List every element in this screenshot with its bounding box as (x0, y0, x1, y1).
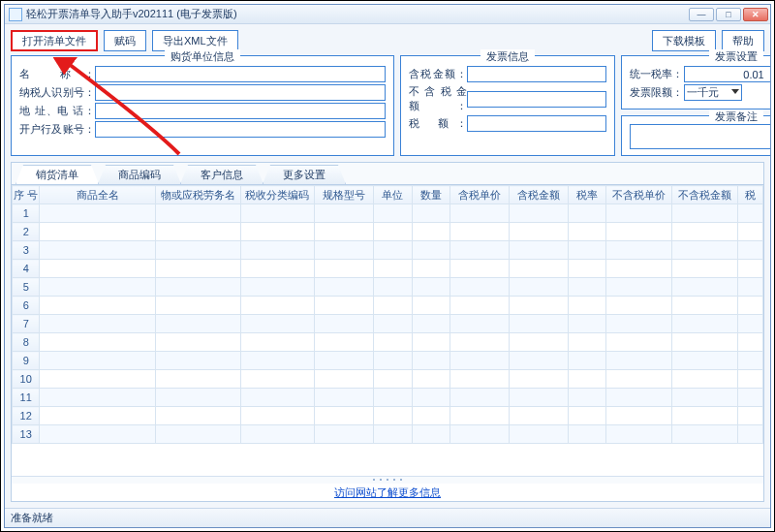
table-row[interactable]: 6 (13, 297, 763, 315)
remark-textarea[interactable] (630, 124, 770, 149)
column-header[interactable]: 序 号 (13, 186, 40, 204)
label-tax: 税 额： (409, 116, 467, 131)
tax-excl-input[interactable] (467, 91, 606, 108)
table-row[interactable]: 5 (13, 278, 763, 297)
column-header[interactable]: 不含税单价 (606, 186, 672, 204)
status-text: 准备就绪 (11, 511, 53, 525)
label-tax-incl: 含税金额： (409, 67, 467, 81)
invoice-set-legend: 发票设置 (709, 49, 763, 64)
buyer-addrtel-input[interactable] (95, 103, 386, 119)
table-row[interactable]: 10 (13, 370, 763, 389)
download-template-button[interactable]: 下载模板 (652, 30, 716, 51)
tab-cust[interactable]: 客户信息 (180, 165, 264, 184)
buyer-info-group: 购货单位信息 名 称： 纳税人识别号： 地 址、电 话： 开户行及账号： (11, 55, 394, 156)
remark-legend: 发票备注 (709, 110, 763, 124)
tabs-container: 销货清单商品编码客户信息更多设置 序 号商品全名物或应税劳务名税收分类编码规格型… (11, 162, 764, 502)
invoice-limit-select[interactable]: 一千元 (684, 84, 742, 101)
open-file-button[interactable]: 打开清单文件 (11, 30, 98, 51)
maximize-button[interactable]: □ (716, 8, 741, 21)
table-row[interactable]: 2 (13, 223, 763, 241)
tax-incl-input[interactable] (467, 66, 606, 82)
column-header[interactable]: 单位 (374, 186, 412, 204)
table-row[interactable]: 7 (13, 315, 763, 333)
column-header[interactable]: 规格型号 (315, 186, 374, 204)
label-buyer-taxid: 纳税人识别号： (19, 85, 95, 100)
title-bar: 轻松开票清单导入助手v202111 (电子发票版) — □ ✕ (5, 5, 770, 24)
column-header[interactable]: 税率 (569, 186, 606, 204)
tax-input[interactable] (467, 115, 606, 132)
table-row[interactable]: 11 (13, 389, 763, 407)
tab-more[interactable]: 更多设置 (263, 165, 346, 184)
invoice-info-group: 发票信息 含税金额： 不含税金额： 税 额： (400, 55, 615, 156)
column-header[interactable]: 含税单价 (450, 186, 509, 204)
column-header[interactable]: 物或应税劳务名 (156, 186, 240, 204)
remark-group: 发票备注 (621, 115, 770, 156)
buyer-name-input[interactable] (95, 66, 386, 82)
table-row[interactable]: 9 (13, 352, 763, 370)
column-header[interactable]: 商品全名 (40, 186, 156, 204)
table-row[interactable]: 1 (13, 204, 763, 223)
table-row[interactable]: 12 (13, 407, 763, 425)
export-xml-button[interactable]: 导出XML文件 (152, 30, 238, 51)
refresh-code-button[interactable]: 赋码 (104, 30, 146, 51)
status-bar: 准备就绪 (5, 508, 770, 527)
table-row[interactable]: 8 (13, 333, 763, 352)
help-button[interactable]: 帮助 (722, 30, 764, 51)
table-row[interactable]: 4 (13, 260, 763, 278)
label-limit: 发票限额： (630, 85, 684, 100)
label-rate: 统一税率： (630, 67, 684, 81)
buyer-legend: 购货单位信息 (165, 49, 240, 64)
app-icon (9, 8, 22, 21)
close-button[interactable]: ✕ (743, 8, 768, 21)
toolbar: 打开清单文件 赋码 导出XML文件 下载模板 帮助 (11, 30, 764, 51)
tab-list[interactable]: 销货清单 (16, 165, 99, 184)
column-header[interactable]: 数量 (412, 186, 450, 204)
buyer-taxid-input[interactable] (95, 84, 386, 101)
grid-wrap: 序 号商品全名物或应税劳务名税收分类编码规格型号单位数量含税单价含税金额税率不含… (12, 185, 763, 476)
invoice-settings-group: 发票设置 统一税率： 1% 发票限额： 一千元 (621, 55, 770, 110)
buyer-bank-input[interactable] (95, 121, 386, 138)
label-buyer-bank: 开户行及账号： (19, 122, 95, 137)
splitter-handle[interactable] (12, 476, 763, 484)
data-grid[interactable]: 序 号商品全名物或应税劳务名税收分类编码规格型号单位数量含税单价含税金额税率不含… (12, 185, 763, 444)
tab-code[interactable]: 商品编码 (98, 165, 181, 184)
table-row[interactable]: 13 (13, 425, 763, 444)
minimize-button[interactable]: — (689, 8, 714, 21)
website-link[interactable]: 访问网站了解更多信息 (12, 484, 763, 501)
label-buyer-addrtel: 地 址、电 话： (19, 104, 95, 118)
tax-rate-input[interactable] (684, 66, 770, 82)
table-row[interactable]: 3 (13, 241, 763, 260)
label-tax-excl: 不含税金额： (409, 84, 467, 113)
window-title: 轻松开票清单导入助手v202111 (电子发票版) (26, 7, 689, 21)
app-window: 轻松开票清单导入助手v202111 (电子发票版) — □ ✕ 打开清单文件 赋… (4, 4, 771, 528)
tab-strip: 销货清单商品编码客户信息更多设置 (12, 163, 763, 185)
column-header[interactable]: 不含税金额 (672, 186, 738, 204)
label-buyer-name: 名 称： (19, 67, 95, 81)
column-header[interactable]: 税收分类编码 (240, 186, 314, 204)
column-header[interactable]: 税 (737, 186, 762, 204)
invoice-info-legend: 发票信息 (480, 49, 535, 64)
column-header[interactable]: 含税金额 (509, 186, 568, 204)
